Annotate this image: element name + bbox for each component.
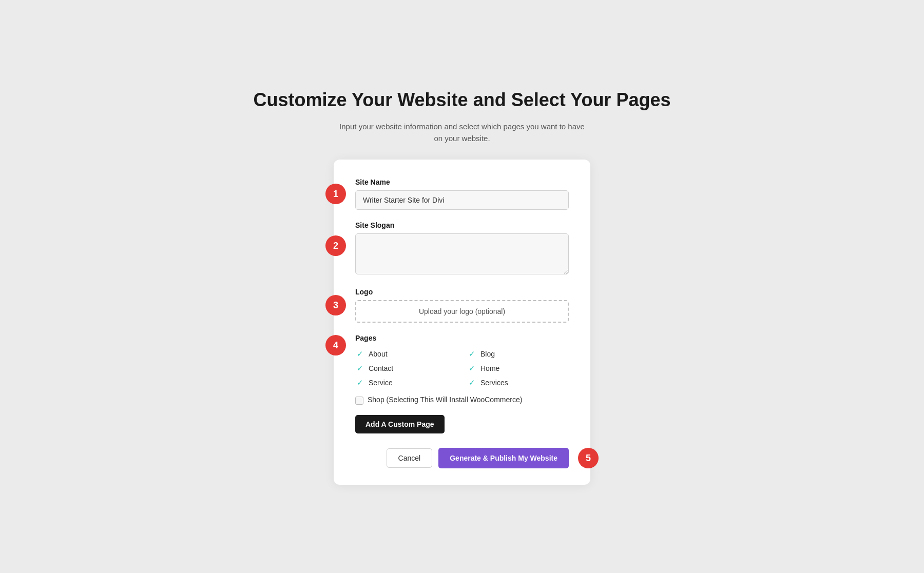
page-subtitle: Input your website information and selec… xyxy=(339,121,585,145)
page-service-label: Service xyxy=(369,379,393,387)
shop-checkbox[interactable] xyxy=(355,397,363,405)
page-contact-label: Contact xyxy=(369,364,393,372)
footer-buttons: Cancel Generate & Publish My Website 5 xyxy=(355,448,569,468)
service-check-icon: ✓ xyxy=(355,378,364,387)
page-home-label: Home xyxy=(480,364,499,372)
page-services-label: Services xyxy=(480,379,508,387)
page-about-row: ✓ About xyxy=(355,349,457,359)
site-slogan-input[interactable] xyxy=(355,233,569,274)
logo-label: Logo xyxy=(355,288,569,296)
form-card: 1 Site Name 2 Site Slogan 3 Logo Upload … xyxy=(334,160,590,485)
step-5-badge: 5 xyxy=(578,448,599,468)
home-check-icon: ✓ xyxy=(467,364,476,373)
pages-grid: ✓ About ✓ Blog ✓ Contact ✓ Home ✓ Serv xyxy=(355,349,569,387)
site-name-label: Site Name xyxy=(355,178,569,186)
page-home-row: ✓ Home xyxy=(467,364,569,373)
add-custom-page-button[interactable]: Add A Custom Page xyxy=(355,415,445,433)
page-blog-label: Blog xyxy=(480,350,495,358)
step-3-badge: 3 xyxy=(325,295,346,315)
page-service-row: ✓ Service xyxy=(355,378,457,387)
logo-group: 3 Logo Upload your logo (optional) xyxy=(355,288,569,323)
step-2-badge: 2 xyxy=(325,235,346,256)
pages-group: 4 Pages ✓ About ✓ Blog ✓ Contact ✓ xyxy=(355,334,569,448)
site-slogan-group: 2 Site Slogan xyxy=(355,221,569,276)
page-title: Customize Your Website and Select Your P… xyxy=(254,88,671,111)
site-slogan-label: Site Slogan xyxy=(355,221,569,229)
shop-row: Shop (Selecting This Will Install WooCom… xyxy=(355,396,569,405)
page-services-row: ✓ Services xyxy=(467,378,569,387)
pages-label: Pages xyxy=(355,334,569,342)
page-blog-row: ✓ Blog xyxy=(467,349,569,359)
blog-check-icon: ✓ xyxy=(467,349,476,359)
site-name-input[interactable] xyxy=(355,190,569,210)
contact-check-icon: ✓ xyxy=(355,364,364,373)
page-wrapper: Customize Your Website and Select Your P… xyxy=(0,88,924,485)
page-contact-row: ✓ Contact xyxy=(355,364,457,373)
site-name-group: 1 Site Name xyxy=(355,178,569,210)
page-about-label: About xyxy=(369,350,388,358)
shop-label: Shop (Selecting This Will Install WooCom… xyxy=(368,396,522,404)
publish-button[interactable]: Generate & Publish My Website xyxy=(438,448,569,468)
about-check-icon: ✓ xyxy=(355,349,364,359)
logo-upload-button[interactable]: Upload your logo (optional) xyxy=(355,300,569,323)
step-1-badge: 1 xyxy=(325,184,346,204)
cancel-button[interactable]: Cancel xyxy=(387,448,433,468)
services-check-icon: ✓ xyxy=(467,378,476,387)
step-4-badge: 4 xyxy=(325,335,346,355)
